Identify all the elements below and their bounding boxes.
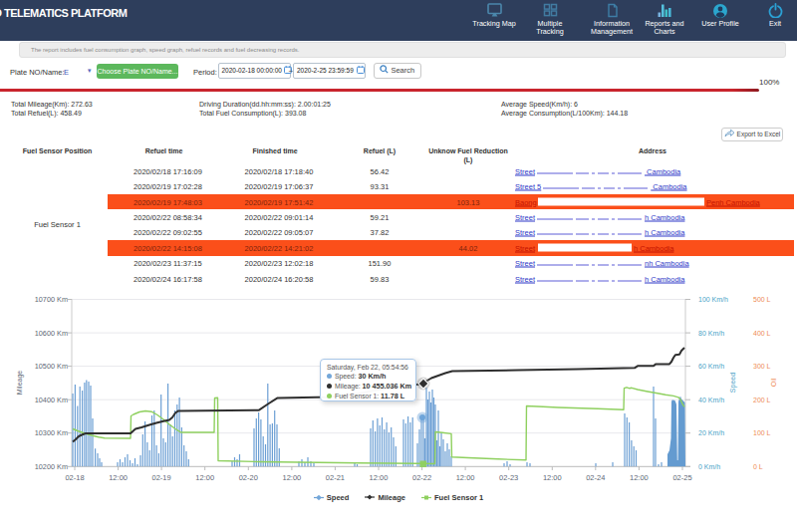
svg-text:20 Km/h: 20 Km/h <box>698 429 724 436</box>
svg-text:400 L: 400 L <box>753 330 771 337</box>
svg-text:300 L: 300 L <box>753 363 771 370</box>
svg-text:12:00: 12:00 <box>456 473 475 482</box>
svg-text:02-23: 02-23 <box>499 473 518 482</box>
svg-text:10500 Km: 10500 Km <box>35 362 68 371</box>
svg-text:Mileage: Mileage <box>16 371 24 396</box>
svg-text:02-22: 02-22 <box>412 473 431 482</box>
svg-text:Speed: Speed <box>729 373 737 393</box>
svg-text:02-25: 02-25 <box>672 473 691 482</box>
svg-text:10300 Km: 10300 Km <box>35 428 68 437</box>
svg-text:40 Km/h: 40 Km/h <box>698 397 724 403</box>
svg-text:10700 Km: 10700 Km <box>35 295 68 304</box>
svg-text:12:00: 12:00 <box>370 473 389 482</box>
svg-text:500 L: 500 L <box>753 296 771 303</box>
svg-text:12:00: 12:00 <box>195 473 214 482</box>
svg-text:200 L: 200 L <box>753 397 771 403</box>
svg-text:0 Km/h: 0 Km/h <box>698 463 720 470</box>
svg-text:12:00: 12:00 <box>630 473 649 482</box>
svg-text:10600 Km: 10600 Km <box>35 329 68 338</box>
svg-text:02-19: 02-19 <box>152 473 171 482</box>
svg-text:12:00: 12:00 <box>283 473 302 482</box>
svg-text:12:00: 12:00 <box>109 473 128 482</box>
svg-text:10400 Km: 10400 Km <box>35 396 68 404</box>
svg-text:60 Km/h: 60 Km/h <box>698 363 724 370</box>
svg-text:Oil: Oil <box>770 378 777 387</box>
svg-text:12:00: 12:00 <box>543 473 562 482</box>
svg-text:02-21: 02-21 <box>326 473 345 482</box>
svg-text:100 L: 100 L <box>753 429 771 436</box>
svg-text:10200 Km: 10200 Km <box>35 462 68 471</box>
svg-text:100 Km/h: 100 Km/h <box>698 296 728 303</box>
svg-text:02-24: 02-24 <box>586 473 605 482</box>
svg-text:02-20: 02-20 <box>239 473 258 482</box>
svg-text:80 Km/h: 80 Km/h <box>698 330 724 337</box>
svg-text:0 L: 0 L <box>753 463 763 470</box>
svg-text:02-18: 02-18 <box>65 473 84 482</box>
